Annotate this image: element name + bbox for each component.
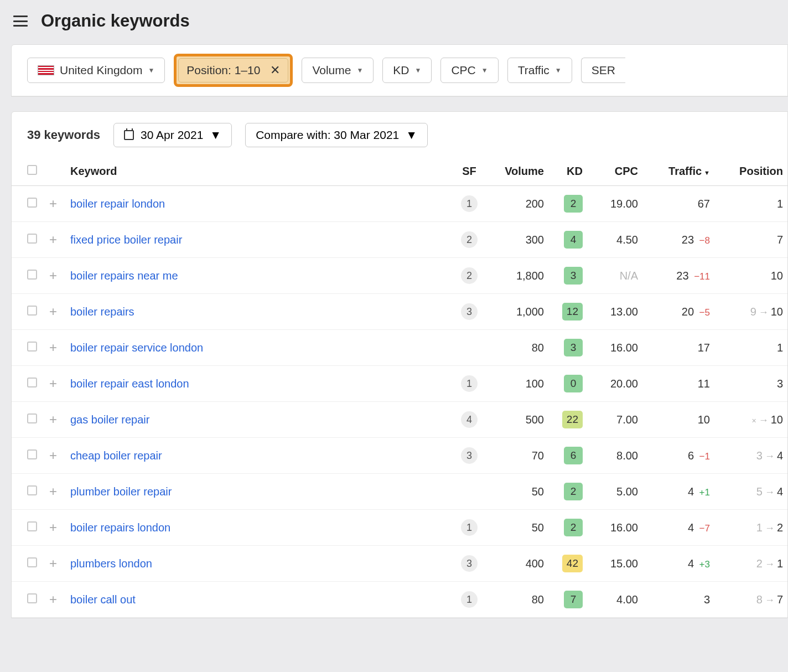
expand-icon[interactable]: + xyxy=(48,484,58,499)
position-value: 9→10 xyxy=(716,294,787,330)
keyword-link[interactable]: boiler repair service london xyxy=(70,342,203,354)
kd-badge: 2 xyxy=(564,483,583,500)
col-kd[interactable]: KD xyxy=(549,157,588,186)
expand-icon[interactable]: + xyxy=(48,520,58,535)
row-checkbox[interactable] xyxy=(27,234,37,244)
col-keyword[interactable]: Keyword xyxy=(65,157,450,186)
row-checkbox[interactable] xyxy=(27,378,37,387)
pos-from: 5 xyxy=(756,485,763,498)
select-all-checkbox[interactable] xyxy=(27,165,37,175)
pos-from: 9 xyxy=(750,306,756,318)
row-checkbox[interactable] xyxy=(27,485,37,495)
expand-icon[interactable]: + xyxy=(48,376,58,391)
row-checkbox[interactable] xyxy=(27,306,37,316)
keywords-table: Keyword SF Volume KD CPC Traffic▼ Positi… xyxy=(12,157,787,618)
expand-icon[interactable]: + xyxy=(48,268,58,283)
keyword-link[interactable]: boiler repairs near me xyxy=(70,270,178,282)
position-filter[interactable]: Position: 1–10 ✕ xyxy=(178,58,288,82)
table-row: + boiler repair service london 80 3 16.0… xyxy=(12,330,787,366)
kd-badge: 22 xyxy=(562,411,583,428)
position-value: 1 xyxy=(716,186,787,222)
sf-badge: 3 xyxy=(461,555,478,572)
expand-icon[interactable]: + xyxy=(48,592,58,607)
volume-value: 100 xyxy=(489,366,549,402)
row-checkbox[interactable] xyxy=(27,449,37,459)
keyword-link[interactable]: cheap boiler repair xyxy=(70,449,162,462)
traffic-value: 6 −1 xyxy=(644,438,716,474)
keyword-link[interactable]: boiler call out xyxy=(70,593,136,606)
volume-filter[interactable]: Volume ▼ xyxy=(302,58,374,83)
keyword-link[interactable]: plumbers london xyxy=(70,557,152,570)
row-checkbox[interactable] xyxy=(27,593,37,603)
expand-icon[interactable]: + xyxy=(48,556,58,571)
country-filter[interactable]: United Kingdom ▼ xyxy=(27,58,165,83)
keyword-link[interactable]: gas boiler repair xyxy=(70,413,149,426)
col-traffic[interactable]: Traffic▼ xyxy=(644,157,716,186)
kd-filter[interactable]: KD ▼ xyxy=(382,58,432,83)
pos-from: 2 xyxy=(756,557,763,570)
keyword-link[interactable]: plumber boiler repair xyxy=(70,485,172,498)
close-icon[interactable]: ✕ xyxy=(270,63,280,77)
cpc-value: 7.00 xyxy=(588,402,644,438)
keyword-link[interactable]: boiler repair east london xyxy=(70,378,189,390)
arrow-right-icon: → xyxy=(765,487,775,498)
position-value: 7 xyxy=(716,222,787,258)
pos-to: 4 xyxy=(777,485,783,498)
volume-value: 70 xyxy=(489,438,549,474)
volume-value: 400 xyxy=(489,546,549,582)
cpc-value: 8.00 xyxy=(588,438,644,474)
expand-icon[interactable]: + xyxy=(48,304,58,319)
expand-icon[interactable]: + xyxy=(48,232,58,247)
keyword-link[interactable]: boiler repair london xyxy=(70,198,165,210)
table-row: + boiler repairs 3 1,000 12 13.00 20 −5 … xyxy=(12,294,787,330)
serp-filter[interactable]: SER xyxy=(581,58,625,83)
row-checkbox[interactable] xyxy=(27,342,37,351)
expand-icon[interactable]: + xyxy=(48,196,58,211)
keyword-link[interactable]: boiler repairs london xyxy=(70,521,170,534)
volume-value: 80 xyxy=(489,582,549,618)
arrow-right-icon: → xyxy=(765,595,775,606)
row-checkbox[interactable] xyxy=(27,557,37,567)
sf-badge: 4 xyxy=(461,411,478,428)
col-position[interactable]: Position xyxy=(716,157,787,186)
traffic-delta: +1 xyxy=(699,487,710,498)
compare-picker[interactable]: Compare with: 30 Mar 2021 ▼ xyxy=(245,123,428,147)
traffic-value: 23 −8 xyxy=(644,222,716,258)
row-checkbox[interactable] xyxy=(27,198,37,208)
position-value: 1 xyxy=(716,330,787,366)
pos-from: 1 xyxy=(756,521,763,534)
traffic-delta: −8 xyxy=(699,235,710,246)
traffic-value: 10 xyxy=(644,402,716,438)
expand-icon[interactable]: + xyxy=(48,412,58,427)
keyword-link[interactable]: boiler repairs xyxy=(70,306,134,318)
sf-badge: 3 xyxy=(461,447,478,464)
position-value: 5→4 xyxy=(716,474,787,510)
traffic-value: 4 +1 xyxy=(644,474,716,510)
table-row: + gas boiler repair 4 500 22 7.00 10 ×→1… xyxy=(12,402,787,438)
cpc-value: 16.00 xyxy=(588,510,644,546)
traffic-filter[interactable]: Traffic ▼ xyxy=(507,58,572,83)
position-value: 8→7 xyxy=(716,582,787,618)
keyword-link[interactable]: fixed price boiler repair xyxy=(70,234,182,246)
sf-badge: 2 xyxy=(461,267,478,284)
pos-to: 3 xyxy=(777,378,783,390)
traffic-delta: −7 xyxy=(699,523,710,534)
volume-value: 80 xyxy=(489,330,549,366)
cpc-filter[interactable]: CPC ▼ xyxy=(440,58,498,83)
hamburger-icon[interactable] xyxy=(13,15,28,27)
expand-icon[interactable]: + xyxy=(48,340,58,355)
col-sf[interactable]: SF xyxy=(450,157,489,186)
chevron-down-icon: ▼ xyxy=(481,66,488,74)
row-checkbox[interactable] xyxy=(27,521,37,531)
col-cpc[interactable]: CPC xyxy=(588,157,644,186)
row-checkbox[interactable] xyxy=(27,413,37,423)
arrow-right-icon: → xyxy=(759,415,769,426)
sf-badge: 1 xyxy=(461,195,478,212)
expand-icon[interactable]: + xyxy=(48,448,58,463)
kd-badge: 12 xyxy=(562,303,583,321)
kd-badge: 4 xyxy=(564,231,583,249)
date-picker[interactable]: 30 Apr 2021 ▼ xyxy=(113,123,232,147)
row-checkbox[interactable] xyxy=(27,270,37,280)
sf-badge: 2 xyxy=(461,231,478,248)
col-volume[interactable]: Volume xyxy=(489,157,549,186)
